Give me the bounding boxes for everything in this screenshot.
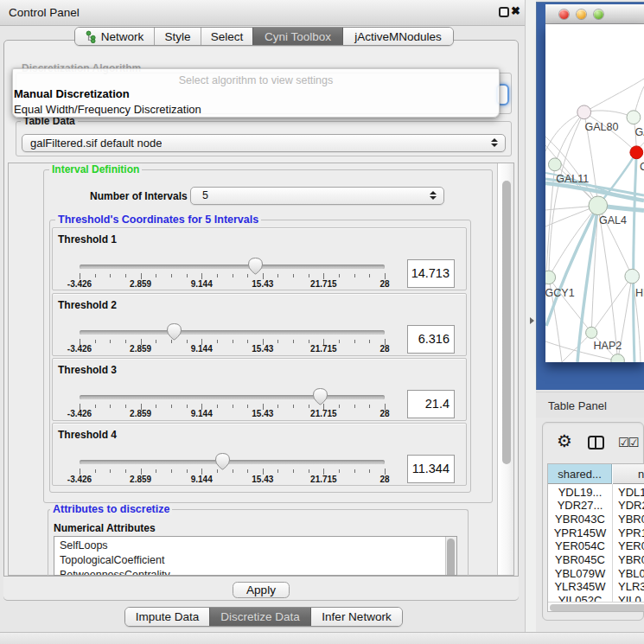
attributes-list-scrollbar[interactable] [445, 537, 456, 575]
network-canvas[interactable]: GAL80GACGAL11GAL4GCY1HIHAP2 [545, 24, 644, 362]
close-icon[interactable]: ✖ [511, 4, 520, 17]
threshold-1-slider-track[interactable] [80, 265, 385, 269]
tick-label: 15.43 [252, 344, 273, 354]
tick-label: -3.426 [67, 409, 92, 418]
number-of-intervals-label: Number of Intervals [90, 190, 188, 202]
tick-label: 9.144 [191, 409, 213, 418]
attribute-item[interactable]: BetweennessCentrality [60, 568, 170, 576]
divider-collapse-icon[interactable] [530, 317, 534, 324]
network-node[interactable] [627, 111, 641, 124]
threshold-2-value-field[interactable]: 6.316 [407, 325, 455, 354]
table-row[interactable]: YBL079WYBL0 [548, 567, 644, 580]
float-icon[interactable] [499, 7, 509, 17]
threshold-4-slider-track[interactable] [80, 460, 385, 464]
tab-cyni-toolbox[interactable]: Cyni Toolbox [252, 28, 342, 45]
tab-style[interactable]: Style [154, 28, 201, 45]
tab-label: Style [164, 30, 190, 43]
zoom-traffic-light-icon[interactable] [594, 10, 603, 19]
tick [171, 405, 172, 408]
cell-name: YDR2 [618, 499, 644, 512]
node-label: GAL80 [585, 121, 619, 133]
threshold-4-slider-thumb[interactable] [214, 452, 231, 471]
threshold-1-value-field[interactable]: 14.713 [407, 259, 455, 288]
tick [247, 405, 248, 408]
scroll-pane-scrollbar-thumb[interactable] [502, 181, 511, 464]
network-node[interactable] [577, 105, 591, 119]
node-table[interactable]: shared... na YDL19...YDL1YDR27...YDR2YBR… [547, 463, 644, 612]
tick [369, 469, 370, 473]
tab-jactivemnodules[interactable]: jActiveMNodules [342, 28, 453, 45]
attributes-list-scrollbar-thumb[interactable] [447, 539, 455, 576]
threshold-3-slider-thumb[interactable] [312, 387, 328, 406]
cell-name: YBR0 [618, 553, 644, 566]
table-row[interactable]: YBR043CYBR0 [548, 513, 644, 526]
select-columns-icon[interactable]: ☑☑ [618, 436, 638, 450]
column-header-name[interactable]: na [613, 464, 644, 484]
table-row[interactable]: YLR345WYLR3 [548, 580, 644, 593]
tick-label: 2.859 [130, 279, 151, 289]
column-browser-icon[interactable] [588, 436, 604, 450]
cell-name: YER0 [618, 539, 644, 552]
attributes-group-title: Attributes to discretize [50, 503, 172, 515]
split-pane-divider[interactable] [526, 0, 536, 632]
mode-tab-discretize-data[interactable]: Discretize Data [209, 608, 310, 627]
network-node[interactable] [549, 158, 562, 171]
tick-label: 9.144 [191, 279, 213, 289]
node-label: C [640, 161, 644, 173]
attribute-item[interactable]: TopologicalCoefficient [60, 553, 164, 568]
threshold-2-slider-track[interactable] [80, 330, 385, 335]
popup-item-manual-discretization[interactable]: Manual Discretization [14, 87, 130, 100]
tick [277, 340, 278, 343]
tick-label: 28 [379, 279, 389, 289]
tick [293, 469, 294, 473]
table-row[interactable]: YER054CYER0 [548, 539, 644, 552]
network-icon [86, 30, 97, 43]
table-row[interactable]: YDL19...YDL1 [548, 486, 644, 499]
scroll-pane-scrollbar[interactable] [497, 163, 513, 575]
attribute-item[interactable]: SelfLoops [60, 539, 108, 553]
table-row[interactable]: YBR045CYBR0 [548, 553, 644, 566]
table-horizontal-scrollbar-thumb[interactable] [550, 604, 644, 611]
column-header-shared-name[interactable]: shared... [548, 464, 612, 484]
tick-label: 28 [379, 409, 389, 418]
table-data-combobox-value: galFiltered.sif default node [22, 137, 162, 150]
threshold-1-slider-thumb[interactable] [247, 257, 264, 276]
network-node[interactable] [630, 146, 643, 159]
popup-item-equal-width-frequency[interactable]: Equal Width/Frequency Discretization [14, 103, 201, 116]
tick-label: 21.715 [310, 344, 337, 354]
close-traffic-light-icon[interactable] [559, 10, 569, 19]
network-node[interactable] [625, 269, 640, 284]
tick [354, 405, 355, 408]
table-row[interactable]: YDR27...YDR2 [548, 499, 644, 512]
apply-button[interactable]: Apply [233, 582, 290, 598]
tab-network[interactable]: Network [75, 28, 154, 45]
threshold-2-slider-thumb[interactable] [166, 322, 182, 341]
network-node[interactable] [545, 271, 556, 284]
table-horizontal-scrollbar[interactable] [548, 602, 644, 612]
cell-name: YPR1 [618, 526, 644, 539]
mode-tab-impute-data[interactable]: Impute Data [125, 608, 209, 627]
tick-label: 15.43 [252, 409, 273, 418]
network-node[interactable] [586, 327, 597, 338]
tick [95, 469, 96, 473]
network-window[interactable]: GAL80GACGAL11GAL4GCY1HIHAP2 [536, 2, 644, 390]
control-panel-titlebar[interactable]: Control Panel ✖ [0, 0, 526, 26]
tick [110, 405, 111, 408]
number-of-intervals-spinner[interactable]: 5 [190, 187, 444, 205]
tab-select[interactable]: Select [201, 28, 252, 45]
tick-label: 2.859 [130, 409, 151, 418]
table-row[interactable]: YPR145WYPR1 [548, 526, 644, 539]
table-data-combobox[interactable]: galFiltered.sif default node [22, 134, 506, 153]
gear-icon[interactable]: ⚙ [557, 432, 572, 450]
network-node[interactable] [589, 196, 608, 215]
node-label: HAP2 [594, 340, 622, 352]
threshold-3-slider-track[interactable] [80, 395, 385, 399]
minimize-traffic-light-icon[interactable] [577, 10, 586, 19]
numerical-attributes-list[interactable]: SelfLoopsTopologicalCoefficientBetweenne… [54, 536, 457, 576]
network-window-titlebar[interactable] [545, 4, 644, 24]
threshold-4-label: Threshold 4 [58, 429, 117, 441]
threshold-3-value-field[interactable]: 21.4 [407, 390, 455, 418]
threshold-4-value-field[interactable]: 11.344 [407, 455, 455, 483]
tick [369, 274, 370, 277]
mode-tab-infer-network[interactable]: Infer Network [310, 608, 402, 627]
